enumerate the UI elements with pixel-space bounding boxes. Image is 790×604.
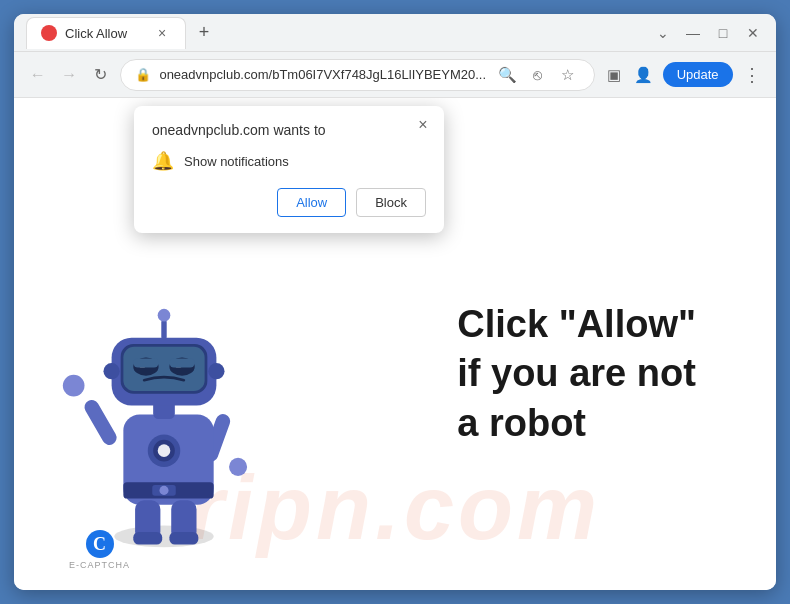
minimize-button[interactable]: — [682,22,704,44]
svg-point-4 [229,458,247,476]
block-button[interactable]: Block [356,188,426,217]
svg-point-8 [159,486,168,495]
share-icon[interactable]: ⎋ [524,62,550,88]
chevron-down-icon[interactable]: ⌄ [652,22,674,44]
cta-line1: Click "Allow" [457,300,696,349]
svg-point-28 [103,363,119,379]
svg-point-29 [208,363,224,379]
svg-rect-15 [169,532,198,545]
window-controls: ⌄ — □ ✕ [652,22,764,44]
permission-popup: × oneadvnpclub.com wants to 🔔 Show notif… [134,106,444,233]
svg-rect-24 [133,359,158,368]
maximize-button[interactable]: □ [712,22,734,44]
address-input[interactable]: 🔒 oneadvnpclub.com/bTm06I7VXf748JgL16LlI… [120,59,595,91]
svg-point-2 [63,375,85,397]
bookmark-icon[interactable]: ☆ [554,62,580,88]
back-button[interactable]: ← [26,61,49,89]
cta-text: Click "Allow" if you are not a robot [457,300,696,448]
update-button[interactable]: Update [663,62,733,87]
popup-title: oneadvnpclub.com wants to [152,122,426,138]
url-text: oneadvnpclub.com/bTm06I7VXf748JgL16LlIYB… [159,67,486,82]
profile-icon[interactable]: 👤 [633,62,655,88]
allow-button[interactable]: Allow [277,188,346,217]
page-content: ripn.com [14,98,776,590]
svg-rect-26 [161,320,166,340]
ecaptcha-label: E-CAPTCHA [69,560,130,570]
tab-close-button[interactable]: × [153,24,171,42]
cta-line3: a robot [457,398,696,447]
menu-button[interactable]: ⋮ [741,61,764,89]
browser-window: Click Allow × + ⌄ — □ ✕ ← → ↻ 🔒 oneadvnp… [14,14,776,590]
sidebar-icon[interactable]: ▣ [603,62,625,88]
forward-button[interactable]: → [57,61,80,89]
active-tab[interactable]: Click Allow × [26,17,186,49]
popup-close-button[interactable]: × [412,114,434,136]
address-bar: ← → ↻ 🔒 oneadvnpclub.com/bTm06I7VXf748Jg… [14,52,776,98]
robot-illustration [54,270,274,550]
tab-favicon [41,25,57,41]
ecaptcha-badge: C E-CAPTCHA [69,530,130,570]
ecaptcha-logo: C [86,530,114,558]
tab-bar: Click Allow × + [26,17,644,49]
new-tab-button[interactable]: + [190,19,218,47]
close-button[interactable]: ✕ [742,22,764,44]
title-bar: Click Allow × + ⌄ — □ ✕ [14,14,776,52]
svg-rect-13 [133,532,162,545]
popup-buttons: Allow Block [152,188,426,217]
address-right-icons: 🔍 ⎋ ☆ [494,62,580,88]
tab-title: Click Allow [65,26,145,41]
cta-line2: if you are not [457,349,696,398]
lock-icon: 🔒 [135,67,151,82]
bell-icon: 🔔 [152,150,174,172]
svg-rect-1 [82,397,119,447]
search-icon[interactable]: 🔍 [494,62,520,88]
svg-rect-25 [169,359,194,368]
notification-label: Show notifications [184,154,289,169]
popup-notification-row: 🔔 Show notifications [152,150,426,172]
svg-point-27 [158,309,171,322]
svg-point-11 [158,444,171,457]
refresh-button[interactable]: ↻ [89,61,112,89]
